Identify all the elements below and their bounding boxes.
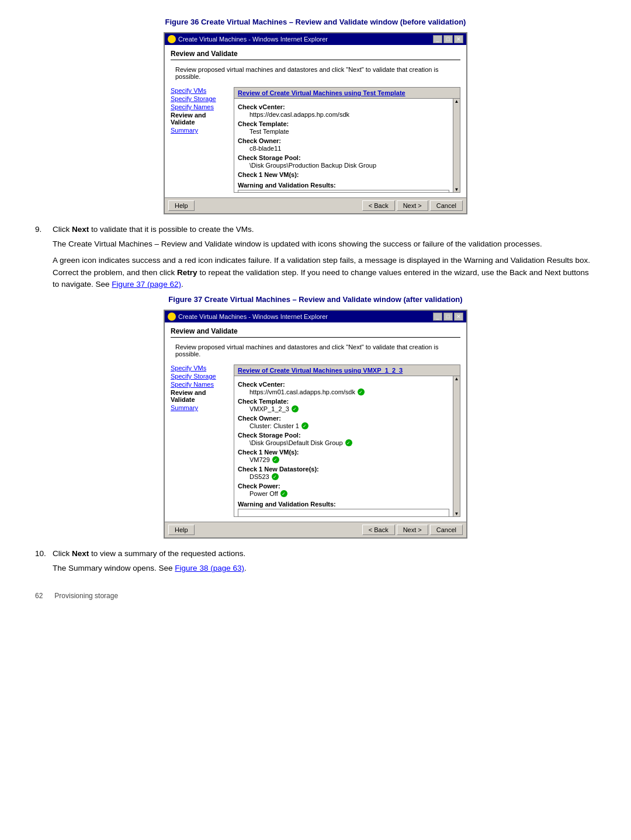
- step9-instruction: Click Next to validate that it is possib…: [53, 225, 254, 234]
- check-vcenter-label-36: Check vCenter:: [238, 103, 449, 110]
- step10-number: 10.: [35, 549, 53, 558]
- browser-icon-36: [168, 35, 176, 43]
- instructions-37: Review proposed virtual machines and dat…: [171, 341, 460, 360]
- template-value-text: VMXP_1_2_3: [249, 405, 289, 412]
- vm-success-icon: ✓: [272, 456, 279, 463]
- next-btn-37[interactable]: Next >: [397, 525, 428, 535]
- nav-specify-storage-36[interactable]: Specify Storage: [171, 95, 229, 102]
- wizard-nav-36: Specify VMs Specify Storage Specify Name…: [171, 87, 229, 193]
- vm-value-text: VM729: [249, 456, 270, 463]
- review-content-36: Check vCenter: https://dev.casl.adapps.h…: [234, 99, 453, 192]
- step9-para2: A green icon indicates success and a red…: [53, 255, 596, 290]
- check-storage-value-37: \Disk Groups\Default Disk Group ✓: [238, 439, 449, 446]
- check-vm-value-37: VM729 ✓: [238, 456, 449, 463]
- nav-summary-37[interactable]: Summary: [171, 404, 229, 411]
- nav-specify-storage-37[interactable]: Specify Storage: [171, 373, 229, 380]
- storage-value-text: \Disk Groups\Default Disk Group: [249, 439, 343, 446]
- warning-label-36: Warning and Validation Results:: [238, 182, 449, 189]
- footer-section: Provisioning storage: [54, 592, 118, 600]
- scroll-up-36[interactable]: ▲: [455, 99, 459, 104]
- browser-title-36: Create Virtual Machines - Windows Intern…: [178, 36, 328, 43]
- scroll-down-36[interactable]: ▼: [455, 187, 459, 192]
- page-number: 62: [35, 592, 43, 600]
- cancel-btn-36[interactable]: Cancel: [430, 200, 463, 211]
- check-owner-value-37: Cluster: Cluster 1 ✓: [238, 422, 449, 429]
- wizard-nav-37: Specify VMs Specify Storage Specify Name…: [171, 365, 229, 517]
- nav-specify-vms-36[interactable]: Specify VMs: [171, 87, 229, 94]
- step10-para: The Summary window opens. See Figure 38 …: [53, 563, 596, 574]
- warning-area-37: [238, 509, 449, 516]
- power-value-text: Power Off: [249, 490, 278, 497]
- check-storage-value-36: \Disk Groups\Production Backup Disk Grou…: [238, 162, 449, 169]
- check-storage-label-37: Check Storage Pool:: [238, 432, 449, 439]
- check-vm-label-36: Check 1 New VM(s):: [238, 171, 449, 178]
- nav-review-validate-37[interactable]: Review and Validate: [171, 389, 229, 403]
- power-success-icon: ✓: [280, 490, 287, 497]
- check-owner-label-37: Check Owner:: [238, 415, 449, 422]
- check-power-value-37: Power Off ✓: [238, 490, 449, 497]
- review-content-37: Check vCenter: https://vm01.casl.adapps.…: [234, 376, 453, 516]
- section-title-36: Review and Validate: [171, 50, 460, 60]
- page-footer: 62 Provisioning storage: [35, 592, 596, 600]
- warning-label-37: Warning and Validation Results:: [238, 501, 449, 508]
- minimize-btn-37[interactable]: _: [433, 313, 442, 321]
- instructions-36: Review proposed virtual machines and dat…: [171, 64, 460, 82]
- nav-specify-names-37[interactable]: Specify Names: [171, 381, 229, 388]
- check-storage-label-36: Check Storage Pool:: [238, 154, 449, 161]
- owner-value-text: Cluster: Cluster 1: [249, 422, 299, 429]
- scroll-up-37[interactable]: ▲: [455, 376, 459, 381]
- storage-success-icon: ✓: [345, 439, 352, 446]
- check-ds-value-37: DS523 ✓: [238, 473, 449, 480]
- review-title-36: Review of Create Virtual Machines using …: [234, 88, 460, 99]
- step10-bold: Next: [72, 549, 89, 558]
- browser-titlebar-37: Create Virtual Machines - Windows Intern…: [165, 311, 466, 322]
- back-btn-36[interactable]: < Back: [362, 200, 395, 211]
- figure38-link[interactable]: Figure 38 (page 63): [175, 564, 244, 572]
- step9-number: 9.: [35, 225, 53, 234]
- close-btn-37[interactable]: ✕: [454, 313, 463, 321]
- figure-37-title: Figure 37 Create Virtual Machines – Revi…: [35, 295, 596, 304]
- retry-bold: Retry: [177, 268, 197, 277]
- review-title-37: Review of Create Virtual Machines using …: [234, 365, 460, 376]
- warning-area-36: [238, 190, 449, 192]
- nav-review-validate-36[interactable]: Review and Validate: [171, 112, 229, 126]
- template-success-icon: ✓: [292, 405, 299, 412]
- scroll-down-37[interactable]: ▼: [455, 511, 459, 516]
- help-btn-37[interactable]: Help: [168, 525, 195, 535]
- check-template-label-36: Check Template:: [238, 120, 449, 127]
- figure-36-title: Figure 36 Create Virtual Machines – Revi…: [35, 18, 596, 26]
- maximize-btn-36[interactable]: □: [443, 35, 453, 43]
- next-btn-36[interactable]: Next >: [397, 200, 428, 211]
- owner-success-icon: ✓: [301, 422, 308, 429]
- warning-section-36: Warning and Validation Results:: [238, 182, 449, 192]
- browser-icon-37: [168, 313, 176, 321]
- check-template-value-37: VMXP_1_2_3 ✓: [238, 405, 449, 412]
- ds-success-icon: ✓: [272, 473, 279, 480]
- nav-summary-36[interactable]: Summary: [171, 127, 229, 134]
- maximize-btn-37[interactable]: □: [443, 313, 453, 321]
- browser-titlebar-36: Create Virtual Machines - Windows Intern…: [165, 33, 466, 45]
- back-btn-37[interactable]: < Back: [362, 525, 395, 535]
- help-btn-36[interactable]: Help: [168, 200, 195, 211]
- figure37-link[interactable]: Figure 37 (page 62): [112, 280, 181, 289]
- ds-value-text: DS523: [249, 473, 269, 480]
- wizard-main-36: Review of Create Virtual Machines using …: [234, 87, 460, 193]
- warning-section-37: Warning and Validation Results:: [238, 501, 449, 516]
- wizard-main-37: Review of Create Virtual Machines using …: [234, 365, 460, 517]
- check-vm-label-37: Check 1 New VM(s):: [238, 449, 449, 456]
- step9-bold: Next: [72, 225, 89, 234]
- vcenter-value-text: https://vm01.casl.adapps.hp.com/sdk: [249, 388, 355, 395]
- check-template-label-37: Check Template:: [238, 398, 449, 405]
- nav-specify-names-36[interactable]: Specify Names: [171, 103, 229, 110]
- check-vcenter-value-37: https://vm01.casl.adapps.hp.com/sdk ✓: [238, 388, 449, 395]
- close-btn-36[interactable]: ✕: [454, 35, 463, 43]
- check-power-label-37: Check Power:: [238, 483, 449, 490]
- section-title-37: Review and Validate: [171, 327, 460, 338]
- check-vcenter-value-36: https://dev.casl.adapps.hp.com/sdk: [238, 111, 449, 118]
- cancel-btn-37[interactable]: Cancel: [430, 525, 463, 535]
- vcenter-success-icon: ✓: [358, 388, 365, 395]
- check-vcenter-label-37: Check vCenter:: [238, 381, 449, 388]
- nav-specify-vms-37[interactable]: Specify VMs: [171, 365, 229, 372]
- minimize-btn-36[interactable]: _: [433, 35, 442, 43]
- check-ds-label-37: Check 1 New Datastore(s):: [238, 466, 449, 473]
